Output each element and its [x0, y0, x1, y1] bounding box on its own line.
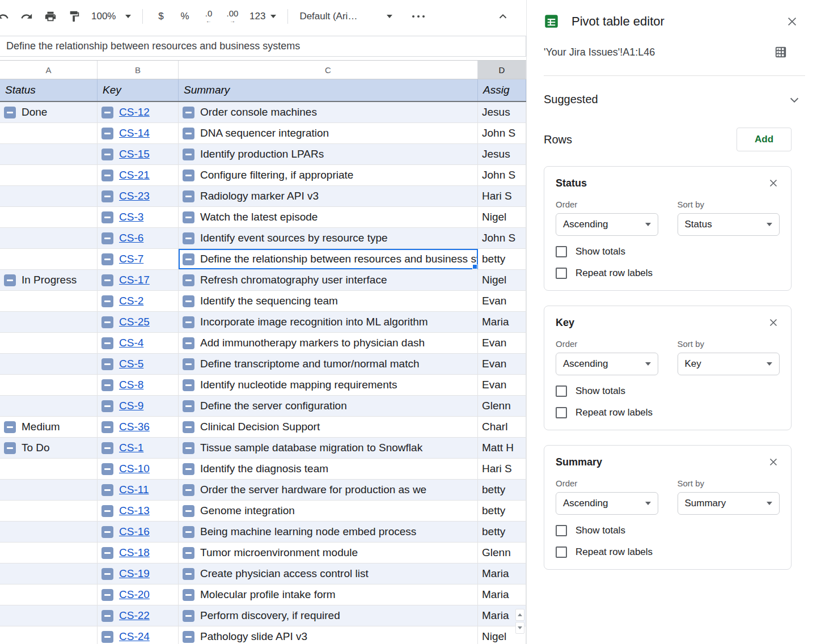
key-cell[interactable]: CS-18 [98, 543, 179, 563]
status-cell[interactable] [0, 249, 98, 269]
key-cell[interactable]: CS-19 [98, 564, 179, 584]
assignee-cell[interactable]: Evan [478, 291, 526, 311]
status-cell[interactable] [0, 459, 98, 479]
summary-cell[interactable]: Create physician access control list [179, 564, 478, 584]
assignee-cell[interactable]: Hari S [478, 459, 526, 479]
column-header-c[interactable]: C [179, 61, 478, 79]
issue-key-link[interactable]: CS-7 [119, 253, 143, 265]
decrease-decimal-button[interactable]: .0 ← [198, 6, 219, 27]
close-icon[interactable] [786, 15, 798, 28]
summary-cell[interactable]: Watch the latest episode [179, 207, 478, 227]
key-cell[interactable]: CS-36 [98, 417, 179, 437]
status-cell[interactable] [0, 626, 98, 644]
assignee-cell[interactable]: John S [478, 123, 526, 143]
status-cell[interactable] [0, 396, 98, 416]
assignee-cell[interactable]: Glenn [478, 396, 526, 416]
header-cell-key[interactable]: Key [98, 79, 179, 101]
column-header-b[interactable]: B [98, 61, 179, 79]
header-cell-status[interactable]: Status [0, 79, 98, 101]
percent-format-button[interactable]: % [174, 6, 196, 27]
summary-cell[interactable]: Genome integration [179, 501, 478, 521]
key-cell[interactable]: CS-2 [98, 291, 179, 311]
key-cell[interactable]: CS-9 [98, 396, 179, 416]
font-select[interactable]: Default (Ari… [295, 6, 396, 27]
assignee-cell[interactable]: John S [478, 228, 526, 248]
key-cell[interactable]: CS-8 [98, 375, 179, 395]
key-cell[interactable]: CS-14 [98, 123, 179, 143]
status-cell[interactable] [0, 354, 98, 374]
redo-icon[interactable] [16, 6, 37, 27]
assignee-cell[interactable]: Nigel [478, 270, 526, 290]
header-cell-summary[interactable]: Summary [179, 79, 478, 101]
key-cell[interactable]: CS-15 [98, 144, 179, 164]
assignee-cell[interactable]: Maria [478, 564, 526, 584]
summary-cell[interactable]: Define the server configuration [179, 396, 478, 416]
summary-cell[interactable]: Identify event sources by resource type [179, 228, 478, 248]
summary-cell[interactable]: Add immunotherapy markers to physician d… [179, 333, 478, 353]
remove-field-icon[interactable] [767, 456, 780, 468]
summary-cell[interactable]: Identify the sequencing team [179, 291, 478, 311]
issue-key-link[interactable]: CS-1 [119, 442, 143, 454]
status-cell[interactable] [0, 123, 98, 143]
summary-cell[interactable]: Refresh chromatography user interface [179, 270, 478, 290]
select-data-range-icon[interactable] [775, 46, 787, 58]
summary-cell[interactable]: Identify the diagnosis team [179, 459, 478, 479]
issue-key-link[interactable]: CS-2 [119, 295, 143, 307]
assignee-cell[interactable]: Evan [478, 333, 526, 353]
issue-key-link[interactable]: CS-9 [119, 400, 143, 412]
repeat-row-labels-checkbox[interactable]: Repeat row labels [556, 407, 780, 418]
key-cell[interactable]: CS-24 [98, 626, 179, 644]
key-cell[interactable]: CS-6 [98, 228, 179, 248]
key-cell[interactable]: CS-20 [98, 584, 179, 605]
add-rows-button[interactable]: Add [737, 128, 792, 151]
summary-cell[interactable]: Pathology slide API v3 [179, 626, 478, 644]
assignee-cell[interactable]: Glenn [478, 543, 526, 563]
status-cell[interactable]: In Progress [0, 270, 98, 290]
header-cell-assignee[interactable]: Assig [478, 79, 526, 101]
summary-cell[interactable]: DNA sequencer integration [179, 123, 478, 143]
issue-key-link[interactable]: CS-23 [119, 190, 150, 202]
remove-field-icon[interactable] [767, 316, 780, 329]
issue-key-link[interactable]: CS-20 [119, 588, 150, 601]
assignee-cell[interactable]: Maria [478, 584, 526, 605]
key-cell[interactable]: CS-13 [98, 501, 179, 521]
key-cell[interactable]: CS-7 [98, 249, 179, 269]
status-cell[interactable] [0, 584, 98, 605]
scroll-down-icon[interactable] [515, 622, 524, 634]
status-cell[interactable] [0, 165, 98, 185]
summary-cell[interactable]: Tissue sample database migration to Snow… [179, 438, 478, 458]
status-cell[interactable] [0, 228, 98, 248]
paint-format-icon[interactable] [64, 6, 85, 27]
print-icon[interactable] [40, 6, 61, 27]
status-cell[interactable] [0, 501, 98, 521]
status-cell[interactable] [0, 480, 98, 500]
key-cell[interactable]: CS-11 [98, 480, 179, 500]
issue-key-link[interactable]: CS-18 [119, 546, 150, 559]
key-cell[interactable]: CS-12 [98, 102, 179, 122]
column-header-a[interactable]: A [0, 61, 98, 79]
key-cell[interactable]: CS-3 [98, 207, 179, 227]
order-select[interactable]: Ascending [556, 492, 658, 515]
assignee-cell[interactable]: Evan [478, 354, 526, 374]
key-cell[interactable]: CS-16 [98, 522, 179, 542]
assignee-cell[interactable]: Evan [478, 375, 526, 395]
summary-cell[interactable]: Define transcriptome and tumor/normal ma… [179, 354, 478, 374]
remove-field-icon[interactable] [767, 177, 780, 189]
status-cell[interactable] [0, 186, 98, 206]
status-cell[interactable] [0, 543, 98, 563]
assignee-cell[interactable]: Jesus [478, 144, 526, 164]
issue-key-link[interactable]: CS-11 [119, 484, 149, 496]
assignee-cell[interactable]: Jesus [478, 102, 526, 122]
issue-key-link[interactable]: CS-17 [119, 274, 150, 286]
summary-cell[interactable]: Clinical Decision Support [179, 417, 478, 437]
status-cell[interactable]: Done [0, 102, 98, 122]
hide-menus-icon[interactable] [492, 6, 514, 27]
assignee-cell[interactable]: John S [478, 165, 526, 185]
assignee-cell[interactable]: Charl [478, 417, 526, 437]
key-cell[interactable]: CS-22 [98, 605, 179, 626]
summary-cell[interactable]: Define the relationship between resource… [179, 249, 478, 269]
issue-key-link[interactable]: CS-12 [119, 106, 150, 118]
key-cell[interactable]: CS-23 [98, 186, 179, 206]
zoom-select[interactable]: 100% [87, 6, 135, 27]
status-cell[interactable] [0, 564, 98, 584]
